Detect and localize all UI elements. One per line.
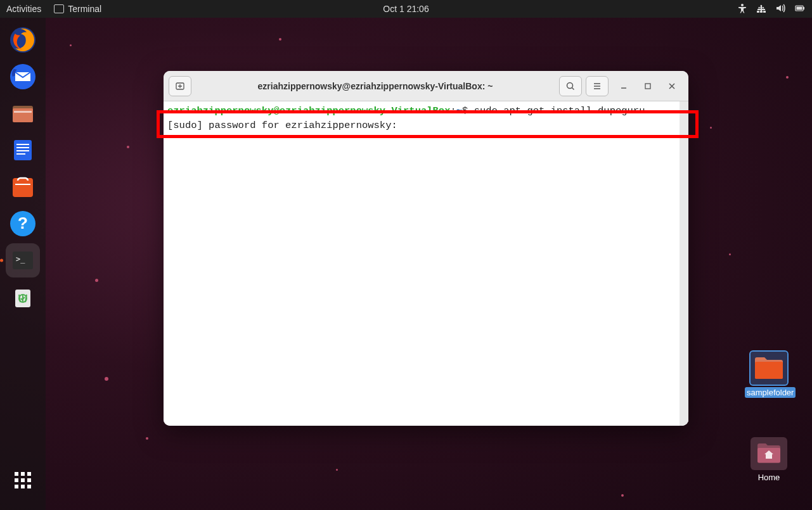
writer-icon <box>9 136 37 164</box>
desktop-icon-label: Home <box>758 473 780 482</box>
terminal-icon <box>54 4 64 13</box>
software-icon <box>9 173 37 201</box>
svg-rect-16 <box>16 147 29 148</box>
svg-text:>_: >_ <box>16 255 25 264</box>
hamburger-icon <box>592 81 602 91</box>
search-button[interactable] <box>559 76 582 96</box>
close-button[interactable] <box>666 80 678 92</box>
svg-rect-15 <box>16 144 29 145</box>
desktop-folder-samplefolder[interactable]: samplefolder <box>745 352 793 398</box>
clock[interactable]: Oct 1 21:06 <box>383 4 429 14</box>
dock-trash[interactable] <box>6 280 40 314</box>
svg-text:?: ? <box>18 214 28 233</box>
prompt-path: ~ <box>456 105 462 117</box>
bg-star <box>105 377 108 381</box>
prompt-dollar: $ <box>462 105 474 117</box>
dock-thunderbird[interactable] <box>6 60 40 94</box>
activities-button[interactable]: Activities <box>6 4 41 14</box>
svg-point-29 <box>567 82 573 88</box>
bg-star <box>621 494 624 497</box>
bg-star <box>279 38 281 41</box>
desktop-icon-label: samplefolder <box>745 387 796 398</box>
bg-star <box>336 469 338 471</box>
svg-rect-30 <box>645 84 650 89</box>
files-icon <box>9 99 37 127</box>
bg-star <box>70 44 72 46</box>
dock-firefox[interactable] <box>6 23 40 57</box>
maximize-icon <box>644 82 652 90</box>
folder-icon <box>751 352 787 385</box>
apps-grid-icon <box>15 472 31 488</box>
minimize-button[interactable] <box>617 80 630 92</box>
desktop-home[interactable]: Home <box>745 437 793 482</box>
close-icon <box>668 82 676 90</box>
svg-rect-8 <box>797 6 802 10</box>
prompt-user-host: ezriahzippernowsky@ezriahzippernowsky-Vi… <box>167 105 450 117</box>
help-icon: ? <box>9 210 37 238</box>
menu-button[interactable] <box>586 76 609 96</box>
svg-rect-18 <box>16 153 25 155</box>
top-panel: Activities Terminal Oct 1 21:06 <box>0 0 812 18</box>
window-title: ezriahzippernowsky@ezriahzippernowsky-Vi… <box>195 81 555 91</box>
new-tab-icon <box>175 81 185 91</box>
terminal-window: ezriahzippernowsky@ezriahzippernowsky-Vi… <box>164 71 688 426</box>
svg-rect-13 <box>14 111 32 113</box>
dock: ? >_ <box>0 18 46 510</box>
search-icon <box>565 81 576 91</box>
command-text: sudo apt-get install dupeguru <box>474 105 645 117</box>
svg-rect-17 <box>16 150 29 151</box>
bg-star <box>146 437 148 440</box>
app-menu-label: Terminal <box>68 4 101 14</box>
thunderbird-icon <box>9 63 37 91</box>
app-menu[interactable]: Terminal <box>54 4 101 14</box>
home-icon <box>751 437 787 470</box>
svg-rect-12 <box>13 108 33 122</box>
bg-star <box>127 146 129 148</box>
firefox-icon <box>9 26 37 54</box>
apps-launcher[interactable] <box>6 463 40 497</box>
volume-icon[interactable] <box>775 3 785 15</box>
dock-files[interactable] <box>6 96 40 131</box>
minimize-icon <box>620 82 628 90</box>
terminal-icon: >_ <box>9 246 37 274</box>
maximize-button[interactable] <box>641 80 654 92</box>
network-icon[interactable] <box>756 3 766 15</box>
bg-star <box>729 253 731 255</box>
scrollbar[interactable] <box>680 101 688 426</box>
new-tab-button[interactable] <box>169 76 191 96</box>
svg-rect-26 <box>755 362 783 379</box>
svg-rect-5 <box>757 9 765 10</box>
svg-rect-2 <box>760 11 763 13</box>
bg-star <box>95 279 98 282</box>
prompt-sep: : <box>450 105 456 117</box>
bg-star <box>786 76 789 79</box>
dock-terminal[interactable]: >_ <box>6 243 40 277</box>
svg-rect-19 <box>13 178 33 197</box>
svg-point-0 <box>741 4 744 6</box>
trash-icon <box>9 283 37 311</box>
bg-star <box>710 127 712 129</box>
terminal-line: ezriahzippernowsky@ezriahzippernowsky-Vi… <box>167 104 685 118</box>
dock-writer[interactable] <box>6 133 40 167</box>
accessibility-icon[interactable] <box>737 3 747 15</box>
dock-help[interactable]: ? <box>6 207 40 241</box>
terminal-body[interactable]: ezriahzippernowsky@ezriahzippernowsky-Vi… <box>164 101 688 426</box>
svg-rect-3 <box>763 11 766 13</box>
svg-rect-1 <box>757 11 759 13</box>
battery-icon[interactable] <box>794 3 806 15</box>
dock-software[interactable] <box>6 170 40 204</box>
svg-rect-7 <box>803 7 804 10</box>
titlebar[interactable]: ezriahzippernowsky@ezriahzippernowsky-Vi… <box>164 71 688 101</box>
terminal-line: [sudo] password for ezriahzippernowsky: <box>167 118 685 133</box>
